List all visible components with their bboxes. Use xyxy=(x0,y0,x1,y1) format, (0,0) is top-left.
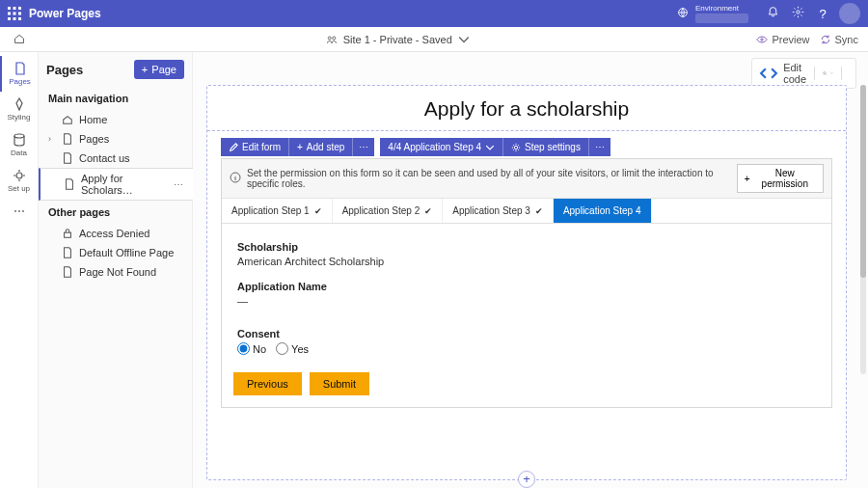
form-toolbar: Edit form + Add step ⋯ 4/4 Application S… xyxy=(221,138,610,156)
nav-apply-scholarship[interactable]: Apply for Scholars… ⋯ xyxy=(39,168,193,201)
svg-rect-4 xyxy=(14,13,16,15)
svg-point-17 xyxy=(824,71,826,73)
step-tab-2[interactable]: Application Step 2✔ xyxy=(333,199,444,223)
nav-pages[interactable]: › Pages xyxy=(39,129,192,149)
command-bar: Site 1 - Private - Saved Preview Sync xyxy=(0,27,868,52)
consent-no-radio[interactable] xyxy=(237,342,250,355)
check-icon: ✔ xyxy=(535,206,543,216)
submit-button[interactable]: Submit xyxy=(310,372,369,395)
home-icon[interactable] xyxy=(0,33,39,46)
previous-button[interactable]: Previous xyxy=(233,372,302,395)
form-actions: Previous Submit xyxy=(222,365,831,407)
svg-rect-8 xyxy=(18,17,21,20)
consent-no-option[interactable]: No xyxy=(237,342,266,355)
nav-notfound[interactable]: Page Not Found xyxy=(39,262,192,282)
environment-value xyxy=(695,14,748,23)
check-icon: ✔ xyxy=(424,206,432,216)
environment-icon xyxy=(676,6,690,21)
appname-label: Application Name xyxy=(237,281,816,292)
step-counter-button[interactable]: 4/4 Application Step 4 xyxy=(380,138,503,156)
add-step-button[interactable]: + Add step xyxy=(289,138,353,156)
nav-home[interactable]: Home xyxy=(39,110,192,129)
scholarship-label: Scholarship xyxy=(237,241,816,253)
step-more-button[interactable]: ⋯ xyxy=(589,138,610,156)
sidebar-section-main: Main navigation xyxy=(39,87,192,110)
pages-sidebar: Pages + Page Main navigation Home › Page… xyxy=(39,52,193,488)
nav-access-denied[interactable]: Access Denied xyxy=(39,224,192,243)
svg-point-18 xyxy=(514,146,517,149)
notifications-icon[interactable] xyxy=(760,6,785,21)
zoom-icon xyxy=(823,71,827,75)
edit-form-button[interactable]: Edit form xyxy=(221,138,289,156)
pencil-icon xyxy=(229,143,238,152)
form-body: Scholarship American Architect Scholarsh… xyxy=(222,224,831,365)
page-icon xyxy=(62,247,73,258)
step-tab-1[interactable]: Application Step 1✔ xyxy=(222,199,333,223)
add-section-button[interactable]: + xyxy=(518,471,535,488)
rail-data[interactable]: Data xyxy=(0,127,38,163)
svg-point-11 xyxy=(328,37,331,40)
page-surface: Apply for a scholarship Edit form + Add … xyxy=(206,85,847,480)
left-rail: Pages Styling Data Set up ⋯ xyxy=(0,52,39,488)
node-more-icon[interactable]: ⋯ xyxy=(174,179,183,190)
chevron-right-icon: › xyxy=(48,134,56,144)
svg-rect-7 xyxy=(14,17,16,20)
svg-point-12 xyxy=(332,37,335,40)
user-avatar[interactable] xyxy=(839,3,860,24)
rail-setup[interactable]: Set up xyxy=(0,163,38,199)
lock-icon xyxy=(62,228,73,239)
canvas-scrollbar[interactable] xyxy=(860,85,866,374)
consent-yes-option[interactable]: Yes xyxy=(276,342,309,355)
step-tab-4[interactable]: Application Step 4 xyxy=(554,199,652,223)
nav-contact[interactable]: Contact us xyxy=(39,149,192,168)
check-icon: ✔ xyxy=(314,206,322,216)
environment-label: Environment xyxy=(695,5,748,13)
permission-bar: Set the permission on this form so it ca… xyxy=(222,159,831,199)
nav-offline[interactable]: Default Offline Page xyxy=(39,243,192,262)
appname-value: — xyxy=(237,295,816,307)
svg-point-10 xyxy=(796,11,799,14)
design-canvas: Edit code Apply for a scholarship xyxy=(193,52,868,488)
svg-point-15 xyxy=(16,173,22,178)
rail-pages[interactable]: Pages xyxy=(0,56,38,92)
settings-icon[interactable] xyxy=(785,6,810,21)
environment-picker[interactable]: Environment xyxy=(676,5,748,22)
page-icon xyxy=(62,266,73,278)
site-label: Site 1 - Private - Saved xyxy=(343,34,452,45)
svg-point-13 xyxy=(761,38,763,40)
info-icon xyxy=(230,172,241,185)
chevron-down-icon xyxy=(458,34,470,45)
rail-more-icon[interactable]: ⋯ xyxy=(0,199,38,218)
global-header: Power Pages Environment ? xyxy=(0,0,868,27)
rail-styling[interactable]: Styling xyxy=(0,92,38,127)
help-icon[interactable]: ? xyxy=(810,7,835,21)
consent-label: Consent xyxy=(237,328,816,339)
svg-rect-1 xyxy=(14,7,16,10)
plus-icon: + xyxy=(142,64,148,75)
svg-rect-6 xyxy=(8,17,11,20)
page-icon xyxy=(62,152,73,164)
plus-icon: + xyxy=(297,142,303,152)
sidebar-section-other: Other pages xyxy=(39,201,192,224)
preview-button[interactable]: Preview xyxy=(756,34,809,45)
svg-rect-3 xyxy=(8,13,11,15)
form-more-button[interactable]: ⋯ xyxy=(353,138,374,156)
svg-point-14 xyxy=(14,134,24,138)
new-permission-button[interactable]: + New permission xyxy=(737,164,824,193)
page-icon xyxy=(64,178,75,190)
sync-button[interactable]: Sync xyxy=(820,34,858,45)
app-launcher-icon[interactable] xyxy=(8,7,21,20)
site-picker[interactable]: Site 1 - Private - Saved xyxy=(39,34,756,45)
edit-code-button[interactable]: Edit code xyxy=(758,62,806,85)
home-icon xyxy=(62,114,73,125)
svg-rect-2 xyxy=(18,7,21,10)
multistep-form: Edit form + Add step ⋯ 4/4 Application S… xyxy=(221,158,832,408)
chevron-down-icon xyxy=(485,143,495,152)
sidebar-title: Pages xyxy=(46,63,83,77)
svg-rect-5 xyxy=(18,13,21,15)
consent-yes-radio[interactable] xyxy=(276,342,288,355)
step-tab-3[interactable]: Application Step 3✔ xyxy=(443,199,554,223)
step-settings-button[interactable]: Step settings xyxy=(503,138,589,156)
add-page-button[interactable]: + Page xyxy=(134,60,184,79)
zoom-button[interactable] xyxy=(823,71,833,75)
